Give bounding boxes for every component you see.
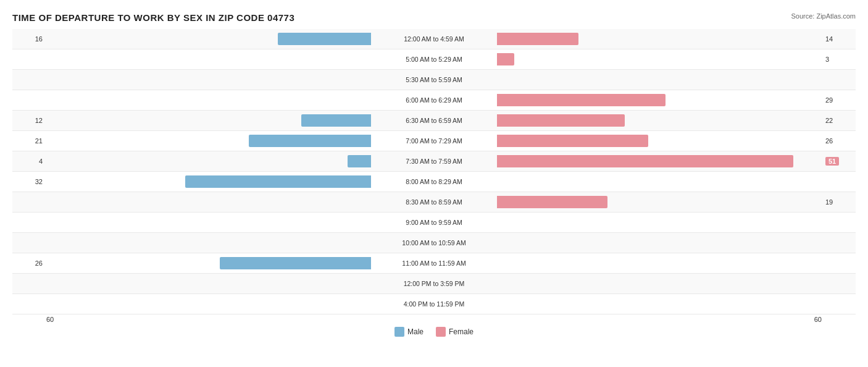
time-label: 7:30 AM to 7:59 AM bbox=[372, 158, 496, 165]
axis-right: 60 bbox=[814, 316, 822, 323]
female-bar-wrapper bbox=[496, 196, 822, 208]
legend-male: Male bbox=[394, 327, 424, 337]
time-label: 8:00 AM to 8:29 AM bbox=[372, 178, 496, 185]
bottom-axis: 60 60 bbox=[12, 316, 856, 323]
female-value: 3 bbox=[822, 56, 856, 63]
male-bar bbox=[301, 114, 371, 127]
female-value: 22 bbox=[822, 117, 856, 124]
male-bar-wrapper bbox=[46, 53, 372, 65]
male-label: Male bbox=[407, 327, 424, 336]
female-bar-wrapper bbox=[496, 298, 822, 310]
chart-row: 126:30 AM to 6:59 AM22 bbox=[12, 111, 856, 131]
female-value: 29 bbox=[822, 96, 856, 104]
chart-row: 12:00 PM to 3:59 PM bbox=[12, 274, 856, 294]
male-value: 16 bbox=[12, 35, 46, 43]
female-label: Female bbox=[449, 327, 474, 336]
male-bar-wrapper bbox=[46, 155, 372, 167]
female-bar-wrapper bbox=[496, 216, 822, 229]
male-bar bbox=[348, 155, 371, 167]
male-bar-wrapper bbox=[46, 74, 372, 86]
female-value: 14 bbox=[822, 35, 856, 43]
male-value: 4 bbox=[12, 158, 46, 165]
female-bar-wrapper bbox=[496, 74, 822, 86]
female-bar-wrapper bbox=[496, 277, 822, 290]
female-bar-wrapper bbox=[496, 135, 822, 147]
female-bar bbox=[497, 155, 793, 167]
male-value: 32 bbox=[12, 178, 46, 185]
time-label: 9:00 AM to 9:59 AM bbox=[372, 219, 496, 226]
male-bar bbox=[249, 135, 371, 147]
female-bar-wrapper bbox=[496, 114, 822, 127]
male-bar-wrapper bbox=[46, 216, 372, 229]
male-bar bbox=[220, 257, 371, 269]
time-label: 5:30 AM to 5:59 AM bbox=[372, 76, 496, 83]
female-bar bbox=[497, 33, 578, 45]
source-text: Source: ZipAtlas.com bbox=[791, 12, 856, 20]
male-bar-wrapper bbox=[46, 298, 372, 310]
chart-row: 47:30 AM to 7:59 AM51 bbox=[12, 151, 856, 172]
female-bar bbox=[497, 196, 607, 208]
male-bar-wrapper bbox=[46, 277, 372, 290]
axis-left: 60 bbox=[46, 316, 54, 323]
female-bar bbox=[497, 114, 625, 127]
chart-row: 2611:00 AM to 11:59 AM bbox=[12, 253, 856, 274]
male-bar-wrapper bbox=[46, 257, 372, 269]
time-label: 12:00 PM to 3:59 PM bbox=[372, 280, 496, 287]
male-bar-wrapper bbox=[46, 237, 372, 249]
female-value: 19 bbox=[822, 198, 856, 206]
chart-row: 5:00 AM to 5:29 AM3 bbox=[12, 49, 856, 70]
female-legend-box bbox=[436, 327, 446, 337]
male-bar-wrapper bbox=[46, 135, 372, 147]
chart-title: TIME OF DEPARTURE TO WORK BY SEX IN ZIP … bbox=[12, 12, 294, 23]
time-label: 7:00 AM to 7:29 AM bbox=[372, 137, 496, 145]
time-label: 8:30 AM to 8:59 AM bbox=[372, 198, 496, 206]
female-bar-wrapper bbox=[496, 155, 822, 167]
legend-row: Male Female bbox=[12, 327, 856, 337]
chart-row: 5:30 AM to 5:59 AM bbox=[12, 70, 856, 90]
time-label: 5:00 AM to 5:29 AM bbox=[372, 56, 496, 63]
male-value: 21 bbox=[12, 137, 46, 145]
female-bar-wrapper bbox=[496, 257, 822, 269]
female-bar bbox=[497, 94, 666, 106]
chart-area: 1612:00 AM to 4:59 AM145:00 AM to 5:29 A… bbox=[12, 29, 856, 314]
female-bar-wrapper bbox=[496, 33, 822, 45]
female-bar-wrapper bbox=[496, 53, 822, 65]
chart-row: 9:00 AM to 9:59 AM bbox=[12, 213, 856, 233]
time-label: 11:00 AM to 11:59 AM bbox=[372, 259, 496, 267]
male-value: 26 bbox=[12, 259, 46, 267]
male-bar-wrapper bbox=[46, 196, 372, 208]
male-bar-wrapper bbox=[46, 114, 372, 127]
time-label: 4:00 PM to 11:59 PM bbox=[372, 300, 496, 308]
chart-container: TIME OF DEPARTURE TO WORK BY SEX IN ZIP … bbox=[0, 0, 868, 367]
female-bar bbox=[497, 53, 514, 65]
male-bar bbox=[185, 175, 371, 188]
chart-row: 4:00 PM to 11:59 PM bbox=[12, 294, 856, 314]
time-label: 10:00 AM to 10:59 AM bbox=[372, 239, 496, 247]
female-bar-wrapper bbox=[496, 94, 822, 106]
male-bar-wrapper bbox=[46, 33, 372, 45]
male-bar-wrapper bbox=[46, 175, 372, 188]
chart-row: 1612:00 AM to 4:59 AM14 bbox=[12, 29, 856, 49]
female-bar-wrapper bbox=[496, 175, 822, 188]
chart-row: 8:30 AM to 8:59 AM19 bbox=[12, 192, 856, 213]
time-label: 6:00 AM to 6:29 AM bbox=[372, 96, 496, 104]
female-bar bbox=[497, 135, 648, 147]
male-bar bbox=[278, 33, 371, 45]
chart-row: 217:00 AM to 7:29 AM26 bbox=[12, 131, 856, 151]
chart-row: 10:00 AM to 10:59 AM bbox=[12, 233, 856, 253]
chart-row: 328:00 AM to 8:29 AM bbox=[12, 172, 856, 192]
legend-female: Female bbox=[436, 327, 474, 337]
male-value: 12 bbox=[12, 117, 46, 124]
time-label: 12:00 AM to 4:59 AM bbox=[372, 35, 496, 43]
time-label: 6:30 AM to 6:59 AM bbox=[372, 117, 496, 124]
female-bar-wrapper bbox=[496, 237, 822, 249]
chart-row: 6:00 AM to 6:29 AM29 bbox=[12, 90, 856, 111]
male-legend-box bbox=[394, 327, 404, 337]
female-value: 26 bbox=[822, 137, 856, 145]
female-value: 51 bbox=[822, 158, 856, 165]
title-row: TIME OF DEPARTURE TO WORK BY SEX IN ZIP … bbox=[12, 12, 856, 23]
male-bar-wrapper bbox=[46, 94, 372, 106]
